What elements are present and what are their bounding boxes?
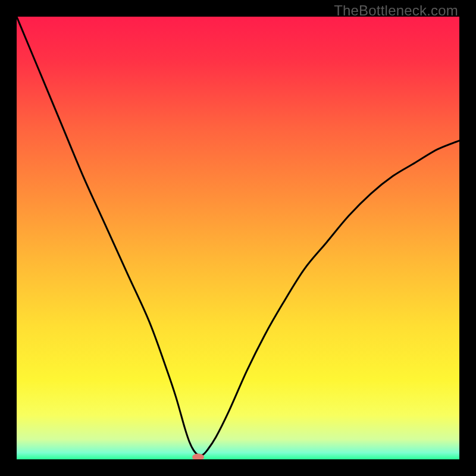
plot-area [17,17,459,459]
chart-frame: TheBottleneck.com [0,0,476,476]
gradient-background [17,17,459,459]
bottleneck-chart [17,17,459,459]
